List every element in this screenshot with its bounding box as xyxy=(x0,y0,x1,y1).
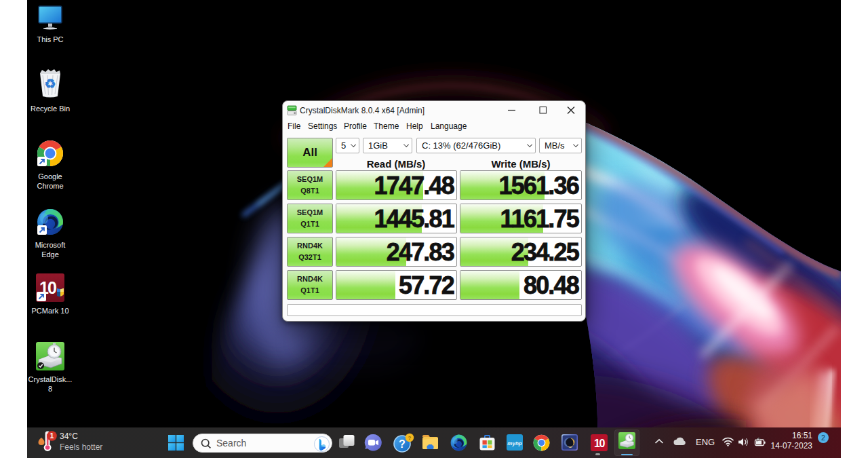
svg-text:?: ? xyxy=(399,438,406,450)
svg-text:1: 1 xyxy=(50,432,54,440)
svg-text:10: 10 xyxy=(594,438,605,449)
svg-text:?: ? xyxy=(408,435,412,441)
svg-text:myhp: myhp xyxy=(507,440,521,446)
svg-text:♻: ♻ xyxy=(44,77,56,91)
